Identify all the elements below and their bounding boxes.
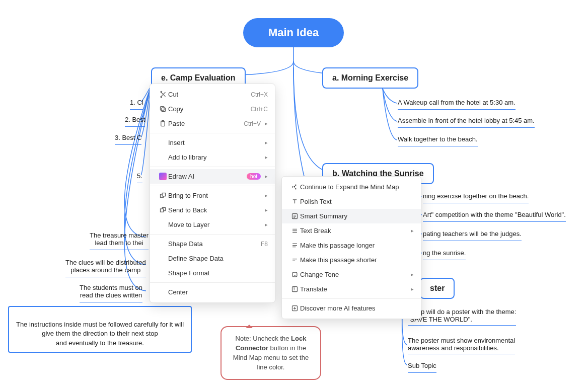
- chevron-right-icon: ▸: [411, 271, 414, 278]
- chevron-right-icon: ▸: [265, 139, 268, 146]
- chevron-right-icon: ▸: [265, 120, 268, 127]
- bring-front-icon: [157, 192, 168, 199]
- tone-icon: [289, 271, 300, 278]
- leaf-a-0[interactable]: A Wakeup call from the hotel at 5:30 am.: [398, 97, 516, 110]
- chevron-right-icon: ▸: [411, 286, 414, 292]
- ai-submenu: Continue to Expand the Mind Map Polish T…: [281, 176, 421, 319]
- ai-expand[interactable]: Continue to Expand the Mind Map: [282, 180, 421, 194]
- menu-shape-data[interactable]: Shape Data F8: [150, 237, 275, 251]
- scissors-icon: [157, 91, 168, 98]
- svg-rect-1: [162, 108, 166, 112]
- leaf-c-1[interactable]: The poster must show environmental aware…: [408, 335, 515, 357]
- chevron-right-icon: ▸: [265, 154, 268, 161]
- leaf-a-2[interactable]: Walk together to the beach.: [398, 133, 478, 146]
- svg-point-9: [291, 186, 293, 188]
- leaf-c-2[interactable]: Sub Topic: [408, 360, 436, 373]
- ai-discover-more[interactable]: Discover more AI features: [282, 301, 421, 316]
- shorter-icon: [289, 256, 300, 264]
- menu-cut[interactable]: Cut Ctrl+X: [150, 87, 275, 102]
- expand-icon: [289, 183, 300, 191]
- svg-rect-8: [160, 209, 163, 212]
- branch-a[interactable]: a. Morning Exercise: [322, 67, 418, 89]
- svg-rect-6: [162, 193, 165, 196]
- chevron-right-icon: ▸: [265, 173, 268, 180]
- translate-icon: [289, 285, 300, 293]
- menu-insert[interactable]: Insert ▸: [150, 135, 275, 150]
- leaf-a-1[interactable]: Assemble in front of the hotel lobby at …: [398, 115, 535, 128]
- leaf-left-1[interactable]: The clues will be distributed places aro…: [65, 257, 146, 277]
- list-icon: [289, 227, 300, 235]
- leaf-e-1[interactable]: 2. Best: [125, 114, 145, 127]
- ai-change-tone[interactable]: Change Tone ▸: [282, 267, 421, 282]
- copy-icon: [157, 105, 168, 113]
- menu-send-to-back[interactable]: Send to Back ▸: [150, 203, 275, 217]
- menu-copy[interactable]: Copy Ctrl+C: [150, 102, 275, 116]
- hot-badge: hot: [247, 173, 261, 180]
- note-text: Note: Uncheck the Lock Connector button …: [233, 335, 309, 371]
- menu-add-to-library[interactable]: Add to library ▸: [150, 150, 275, 165]
- ai-polish-text[interactable]: Polish Text: [282, 194, 421, 209]
- text-icon: [289, 198, 300, 205]
- ai-icon: [157, 173, 168, 180]
- longer-icon: [289, 242, 300, 249]
- menu-edraw-ai[interactable]: Edraw AI hot ▸: [150, 169, 275, 184]
- leaf-e-2[interactable]: 3. Best C: [115, 132, 141, 145]
- chevron-right-icon: ▸: [265, 221, 268, 228]
- leaf-b-3[interactable]: ng the sunrise.: [423, 247, 466, 260]
- menu-center[interactable]: Center: [150, 285, 275, 299]
- chevron-right-icon: ▸: [265, 207, 268, 213]
- branch-label: e. Camp Evaluation: [161, 73, 236, 82]
- leaf-c-0[interactable]: group will do a poster with the theme: "…: [408, 306, 516, 329]
- leaf-left-0[interactable]: The treasure master lead them to thei: [90, 229, 149, 250]
- ai-text-break[interactable]: Text Break ▸: [282, 223, 421, 238]
- note-callout[interactable]: Note: Uncheck the Lock Connector button …: [220, 326, 321, 380]
- leaf-instructions[interactable]: The instructions inside must be followed…: [8, 306, 192, 353]
- leaf-e-0[interactable]: 1. Cl: [130, 97, 143, 110]
- svg-rect-2: [160, 107, 164, 111]
- chevron-right-icon: ▸: [265, 192, 268, 199]
- paste-icon: [157, 120, 168, 127]
- send-back-icon: [157, 206, 168, 214]
- menu-define-shape-data[interactable]: Define Shape Data: [150, 251, 275, 266]
- leaf-b-1[interactable]: Art" competition with the theme "Beautif…: [423, 209, 566, 222]
- leaf-left-2[interactable]: The students must on read the clues writ…: [80, 282, 142, 302]
- menu-bring-to-front[interactable]: Bring to Front ▸: [150, 188, 275, 203]
- branch-c[interactable]: ster: [420, 278, 455, 299]
- svg-rect-14: [292, 287, 297, 292]
- summary-icon: [289, 212, 300, 220]
- plus-icon: [289, 304, 300, 312]
- chevron-right-icon: ▸: [411, 227, 414, 234]
- ai-smart-summary[interactable]: Smart Summary: [282, 209, 421, 223]
- root-label: Main Idea: [268, 26, 319, 39]
- svg-rect-13: [292, 272, 297, 277]
- branch-label: ster: [430, 284, 445, 292]
- root-node[interactable]: Main Idea: [243, 18, 344, 47]
- leaf-b-2[interactable]: pating teachers will be the judges.: [423, 228, 522, 241]
- branch-label: a. Morning Exercise: [332, 73, 408, 82]
- leaf-b-0[interactable]: ning exercise together on the beach.: [423, 190, 529, 203]
- menu-shape-format[interactable]: Shape Format: [150, 266, 275, 280]
- context-menu: Cut Ctrl+X Copy Ctrl+C Paste Ctrl+V ▸ In…: [150, 84, 275, 303]
- ai-translate[interactable]: Translate ▸: [282, 282, 421, 296]
- menu-paste[interactable]: Paste Ctrl+V ▸: [150, 116, 275, 131]
- ai-make-longer[interactable]: Make this passage longer: [282, 238, 421, 253]
- leaf-e-3[interactable]: 5.: [137, 170, 142, 183]
- ai-make-shorter[interactable]: Make this passage shorter: [282, 253, 421, 267]
- menu-move-to-layer[interactable]: Move to Layer ▸: [150, 217, 275, 232]
